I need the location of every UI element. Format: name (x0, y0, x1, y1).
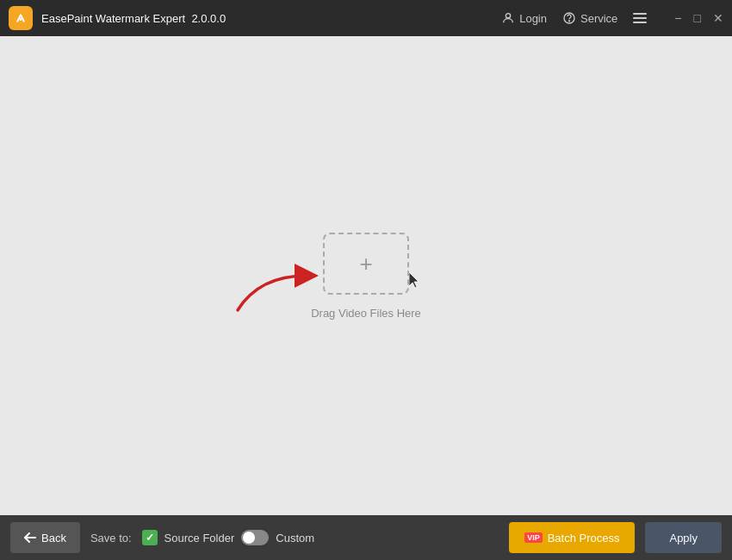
main-content: + Drag Video Files Here (0, 36, 732, 515)
maximize-button[interactable]: □ (694, 12, 701, 24)
plus-icon: + (359, 252, 372, 275)
back-button[interactable]: Back (10, 522, 80, 553)
svg-point-1 (20, 18, 22, 21)
save-to-section: Save to: Source Folder Custom (90, 530, 314, 545)
menu-button[interactable] (633, 13, 647, 23)
save-to-label: Save to: (90, 532, 132, 544)
login-label: Login (519, 12, 547, 25)
batch-badge: VIP (524, 532, 543, 543)
service-button[interactable]: Service (562, 11, 617, 25)
drop-zone[interactable]: + (323, 233, 409, 295)
apply-button[interactable]: Apply (645, 522, 722, 553)
service-label: Service (580, 12, 617, 25)
cursor (409, 272, 423, 289)
custom-label: Custom (276, 532, 314, 544)
app-title: EasePaint Watermark Expert 2.0.0.0 (41, 12, 501, 25)
custom-toggle[interactable] (241, 530, 269, 545)
title-bar-actions: Login Service − □ ✕ (501, 11, 723, 25)
window-controls: − □ ✕ (674, 12, 723, 24)
apply-label: Apply (669, 532, 698, 544)
svg-point-2 (506, 14, 511, 18)
arrow-container (225, 250, 328, 319)
back-label: Back (41, 532, 66, 544)
close-button[interactable]: ✕ (713, 12, 723, 24)
svg-point-4 (568, 21, 569, 22)
minimize-button[interactable]: − (674, 12, 681, 24)
source-folder-label: Source Folder (164, 532, 235, 544)
login-button[interactable]: Login (501, 11, 547, 25)
source-folder-checkbox[interactable] (142, 530, 158, 545)
bottom-bar: Back Save to: Source Folder Custom VIP B… (0, 515, 732, 560)
batch-process-button[interactable]: VIP Batch Process (509, 522, 635, 553)
drop-zone-container: + Drag Video Files Here (311, 233, 421, 320)
title-bar: EasePaint Watermark Expert 2.0.0.0 Login… (0, 0, 732, 36)
app-logo (9, 6, 33, 30)
batch-process-label: Batch Process (548, 532, 620, 544)
